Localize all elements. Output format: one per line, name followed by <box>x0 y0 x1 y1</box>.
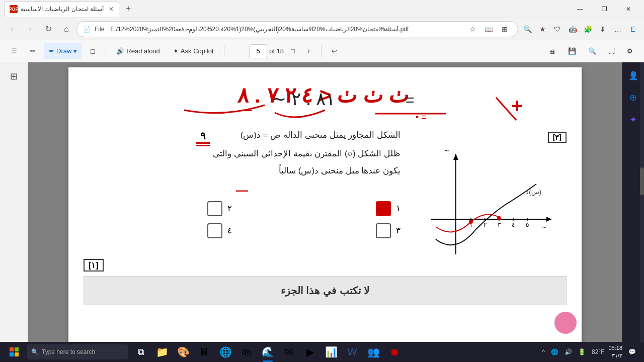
taskbar-clock[interactable]: 05:18 ٣١/٣ <box>608 344 624 360</box>
address-url: E:/12%2020%أسئلة%امتحان%20الرياضيات%20ال… <box>110 26 461 33</box>
taskbar-search-box[interactable]: 🔍 Type here to search <box>27 344 128 359</box>
address-bar[interactable]: 📄 File E:/12%2020%أسئلة%امتحان%20الرياضي… <box>76 21 518 37</box>
start-button[interactable] <box>2 342 26 362</box>
tab-title: أسئلة امتحان الرياضيات الاساسية <box>21 6 104 13</box>
forward-button[interactable]: › <box>22 21 38 37</box>
option-4-circle[interactable] <box>207 223 222 238</box>
maximize-button[interactable]: ❐ <box>593 2 616 17</box>
taskbar-volume-icon[interactable]: 🔊 <box>562 347 574 356</box>
favorites-button[interactable]: ☆ <box>465 22 479 36</box>
print-button[interactable]: 🖨 <box>544 43 561 59</box>
svg-marker-10 <box>453 154 458 160</box>
toolbar-separator-2 <box>224 45 224 57</box>
taskbar-app-excel[interactable]: 📊 <box>321 342 341 362</box>
taskbar-app-mail[interactable]: ✉ <box>279 342 299 362</box>
page-back-button[interactable]: ↩ <box>327 43 342 59</box>
option-2: ٢ <box>84 201 232 216</box>
windows-logo-icon <box>10 347 19 356</box>
search-pdf-button[interactable]: 🔍 <box>583 43 601 59</box>
split-screen-button[interactable]: ⊞ <box>498 22 512 36</box>
svg-text:∽: ∽ <box>541 223 547 231</box>
taskbar-app-edge[interactable]: 🌊 <box>258 342 278 362</box>
option-4-label: ٤ <box>227 225 232 236</box>
option-4: ٤ <box>84 223 232 238</box>
pink-annotation-circle[interactable] <box>554 312 577 334</box>
toolbar-separator-1 <box>106 45 106 57</box>
more-button[interactable]: … <box>611 22 625 36</box>
taskbar: 🔍 Type here to search ⧉ 📁 🎨 🖩 🌐 🛍 <box>0 342 644 362</box>
nav-bar: ‹ › ↻ ⌂ 📄 File E:/12%2020%أسئلة%امتحان%2… <box>0 18 644 40</box>
svg-text:∽: ∽ <box>444 147 450 154</box>
new-tab-button[interactable]: + <box>121 2 135 16</box>
read-mode-button[interactable]: 📖 <box>481 22 496 36</box>
taskbar-app-recording[interactable]: ⏺ <box>384 342 405 362</box>
fit-page-button[interactable]: □ <box>286 43 300 59</box>
svg-marker-9 <box>546 217 551 222</box>
question-section: [٣] <box>84 128 567 256</box>
svg-text:٤: ٤ <box>512 221 515 228</box>
option-3: ٣ <box>252 223 400 238</box>
save-button[interactable]: 💾 <box>563 43 581 59</box>
taskbar-app-task-view[interactable]: ⧉ <box>131 342 151 362</box>
no-write-box: لا تكتب في هذا الجزء <box>84 276 567 305</box>
taskbar-app-word[interactable]: W <box>342 342 362 362</box>
refresh-button[interactable]: ↻ <box>40 21 56 37</box>
fullscreen-button[interactable]: ⛶ <box>603 43 620 59</box>
taskbar-apps: ⧉ 📁 🎨 🖩 🌐 🛍 🌊 ✉ ▶ <box>129 342 539 362</box>
no-write-text: لا تكتب في هذا الجزء <box>281 285 369 296</box>
taskbar-app-paint[interactable]: 🎨 <box>173 342 193 362</box>
taskbar-app-browser1[interactable]: 🌐 <box>215 342 235 362</box>
taskbar-battery-icon[interactable]: 🔋 <box>576 347 588 356</box>
svg-text:٨١ . ٢ ∽: ٨١ . ٢ ∽ <box>271 88 335 109</box>
taskbar-network-icon[interactable]: 🌐 <box>549 347 560 356</box>
toolbar-separator-3 <box>321 45 321 57</box>
taskbar-chevron-icon[interactable]: ^ <box>540 347 547 356</box>
read-aloud-button[interactable]: 🔊 Read aloud <box>111 43 165 59</box>
home-button[interactable]: ⌂ <box>58 21 74 37</box>
taskbar-notification-icon[interactable]: 💬 <box>626 347 638 356</box>
graph-mark-badge: [٣] <box>548 132 567 143</box>
thumbnails-button[interactable]: ⊞ <box>4 66 24 86</box>
close-button[interactable]: ✕ <box>617 2 640 17</box>
downloads-button[interactable]: ⬇ <box>596 22 610 36</box>
zoom-out-button[interactable]: − <box>233 43 248 59</box>
question-underline-2 <box>196 145 210 146</box>
fav-collections-button[interactable]: ★ <box>535 22 549 36</box>
taskbar-app-media[interactable]: ▶ <box>300 342 320 362</box>
option-2-label: ٢ <box>227 203 232 214</box>
taskbar-app-teams[interactable]: 👥 <box>363 342 383 362</box>
toolbar-right: 🖨 💾 🔍 ⛶ ⚙ <box>544 43 638 59</box>
scrollbar-track <box>640 62 644 362</box>
copilot-button[interactable]: 🤖 <box>566 22 580 36</box>
browser-essentials-button[interactable]: 🛡 <box>550 22 565 36</box>
ask-copilot-button[interactable]: ✦ Ask Copilot <box>168 43 219 59</box>
taskbar-app-calc[interactable]: 🖩 <box>194 342 214 362</box>
draw-button[interactable]: ✒ Draw ▾ <box>44 43 82 59</box>
taskbar-right: ^ 🌐 🔊 🔋 82°F 05:18 ٣١/٣ 💬 <box>540 344 642 360</box>
pdf-settings-button[interactable]: ⚙ <box>622 43 638 59</box>
edge-profile-button[interactable]: E <box>626 22 640 36</box>
address-lock-icon: 📄 <box>83 26 91 33</box>
taskbar-app-file-explorer[interactable]: 📁 <box>152 342 172 362</box>
minimize-button[interactable]: — <box>569 2 592 17</box>
option-1-circle[interactable] <box>376 201 391 216</box>
left-sidebar: ⊞ <box>0 62 28 362</box>
option-2-circle[interactable] <box>207 201 222 216</box>
option-3-circle[interactable] <box>376 223 391 238</box>
extensions-button[interactable]: 🧩 <box>581 22 595 36</box>
taskbar-app-store[interactable]: 🛍 <box>236 342 257 362</box>
scrollbar-thumb[interactable] <box>640 167 644 195</box>
sidebar-toggle-button[interactable]: ☰ <box>6 43 22 59</box>
svg-text:(س)د: (س)د <box>526 188 541 196</box>
back-button[interactable]: ‹ <box>4 21 20 37</box>
active-tab[interactable]: PDF أسئلة امتحان الرياضيات الاساسية ✕ <box>4 2 119 17</box>
draw-pencil-button[interactable]: ✏ <box>25 43 41 59</box>
zoom-in-button[interactable]: + <box>302 43 316 59</box>
zoom-button[interactable]: 🔍 <box>520 22 534 36</box>
tab-close-button[interactable]: ✕ <box>109 6 114 13</box>
page-number-input[interactable] <box>249 44 267 58</box>
eraser-button[interactable]: ◻ <box>85 43 101 59</box>
question-body-text: الشكل المجاور يمثل منحنى الدالة ص = د(س)… <box>213 128 400 179</box>
question-number-row: الشكل المجاور يمثل منحنى الدالة ص = د(س)… <box>84 128 400 179</box>
svg-point-24 <box>469 220 473 224</box>
